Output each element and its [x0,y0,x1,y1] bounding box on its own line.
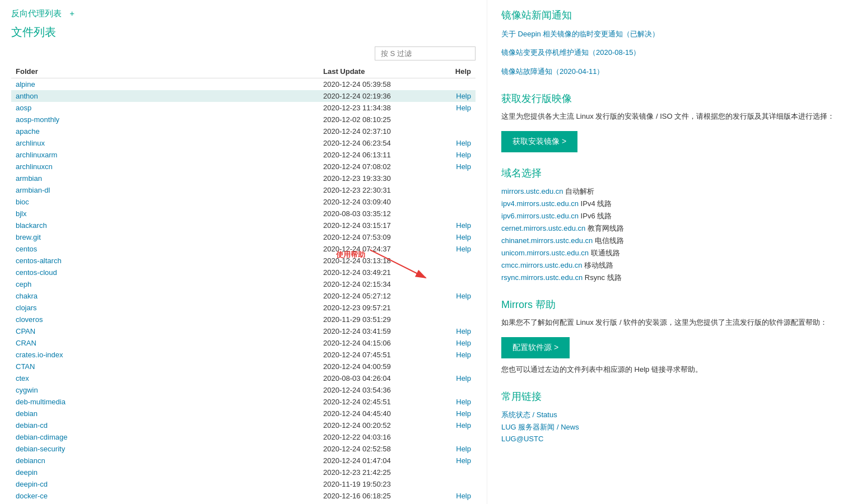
filter-input[interactable] [375,46,476,60]
folder-link[interactable]: docker-ce [16,492,48,500]
help-link[interactable]: Help [456,445,471,453]
folder-cell[interactable]: cloveros [11,314,319,325]
folder-link[interactable]: ceph [16,280,31,288]
folder-link[interactable]: blackarch [16,221,47,230]
folder-cell[interactable]: dotdeb [11,502,319,504]
domain-item[interactable]: cernet.mirrors.ustc.edu.cn 教育网线路 [501,222,848,235]
folder-link[interactable]: centos-altarch [16,256,62,265]
folder-cell[interactable]: CRAN [11,337,319,349]
help-cell[interactable]: Help [431,290,476,302]
help-cell[interactable]: Help [431,137,476,149]
help-cell[interactable]: Help [431,102,476,114]
domain-item[interactable]: unicom.mirrors.ustc.edu.cn 联通线路 [501,247,848,259]
folder-link[interactable]: debian-security [16,445,65,453]
folder-cell[interactable]: debian-cdimage [11,431,319,443]
domain-link[interactable]: chinanet.mirrors.ustc.edu.cn [501,236,593,245]
folder-link[interactable]: alpine [16,80,35,88]
folder-link[interactable]: centos-cloud [16,268,57,277]
domain-link[interactable]: cernet.mirrors.ustc.edu.cn [501,224,585,232]
folder-link[interactable]: archlinux [16,139,45,147]
domain-link[interactable]: ipv4.mirrors.ustc.edu.cn [501,199,579,208]
folder-cell[interactable]: CTAN [11,361,319,372]
help-cell[interactable]: Help [431,220,476,231]
folder-cell[interactable]: deepin-cd [11,478,319,490]
folder-link[interactable]: archlinuxarm [16,151,57,159]
help-cell[interactable]: Help [431,443,476,455]
help-link[interactable]: Help [456,339,471,347]
common-link-item[interactable]: 系统状态 / Status [501,409,848,421]
help-cell[interactable]: Help [431,325,476,337]
folder-cell[interactable]: archlinuxarm [11,149,319,161]
folder-cell[interactable]: centos-cloud [11,267,319,278]
help-cell[interactable]: Help [431,372,476,384]
folder-link[interactable]: armbian [16,174,42,183]
domain-link[interactable]: rsync.mirrors.ustc.edu.cn [501,273,583,282]
help-link[interactable]: Help [456,233,471,241]
common-link-item[interactable]: LUG 服务器新闻 / News [501,421,848,433]
folder-link[interactable]: CTAN [16,362,35,371]
domain-item[interactable]: chinanet.mirrors.ustc.edu.cn 电信线路 [501,235,848,247]
folder-link[interactable]: archlinuxcn [16,162,53,171]
folder-link[interactable]: debian-cd [16,421,48,430]
folder-cell[interactable]: anthon [11,90,319,102]
folder-link[interactable]: ctex [16,374,29,382]
folder-cell[interactable]: armbian [11,172,319,184]
common-link[interactable]: LUG 服务器新闻 / News [501,423,579,431]
folder-cell[interactable]: CPAN [11,325,319,337]
help-link[interactable]: Help [456,245,471,253]
help-cell[interactable]: Help [431,90,476,102]
help-link[interactable]: Help [456,221,471,230]
folder-link[interactable]: clojars [16,304,37,312]
folder-link[interactable]: aosp-monthly [16,115,59,124]
help-cell[interactable]: Help [431,455,476,466]
help-cell[interactable]: Help [431,408,476,419]
folder-cell[interactable]: aosp [11,102,319,114]
help-link[interactable]: Help [456,398,471,406]
help-cell[interactable]: Help [431,231,476,243]
help-cell[interactable]: Help [431,490,476,502]
help-link[interactable]: Help [456,139,471,147]
folder-cell[interactable]: deepin [11,466,319,478]
folder-cell[interactable]: bjlx [11,208,319,220]
reverse-proxy-link[interactable]: 反向代理列表 [11,8,62,18]
folder-link[interactable]: anthon [16,92,38,100]
folder-cell[interactable]: debian-security [11,443,319,455]
folder-link[interactable]: CPAN [16,327,35,335]
help-link[interactable]: Help [456,351,471,359]
folder-cell[interactable]: clojars [11,302,319,314]
help-link[interactable]: Help [456,104,471,112]
folder-cell[interactable]: centos-altarch [11,255,319,267]
help-link[interactable]: Help [456,456,471,465]
news-link[interactable]: 镜像站故障通知（2020-04-11） [501,67,604,76]
help-link[interactable]: Help [456,409,471,418]
folder-cell[interactable]: ceph [11,278,319,290]
config-source-button[interactable]: 配置软件源 > [501,337,570,358]
folder-cell[interactable]: blackarch [11,220,319,231]
common-link[interactable]: 系统状态 / Status [501,410,557,419]
help-link[interactable]: Help [456,492,471,500]
domain-link[interactable]: ipv6.mirrors.ustc.edu.cn [501,212,579,220]
help-link[interactable]: Help [456,151,471,159]
help-cell[interactable]: Help [431,349,476,361]
folder-cell[interactable]: armbian-dl [11,184,319,196]
domain-item[interactable]: cmcc.mirrors.ustc.edu.cn 移动线路 [501,259,848,272]
help-link[interactable]: Help [456,374,471,382]
folder-cell[interactable]: debian [11,408,319,419]
folder-link[interactable]: bjlx [16,209,27,218]
domain-item[interactable]: mirrors.ustc.edu.cn 自动解析 [501,185,848,198]
folder-cell[interactable]: deb-multimedia [11,396,319,408]
help-cell[interactable]: Help [431,337,476,349]
help-cell[interactable]: Help [431,419,476,431]
common-link[interactable]: LUG@USTC [501,435,543,443]
domain-link[interactable]: mirrors.ustc.edu.cn [501,187,563,195]
folder-cell[interactable]: debian-cd [11,419,319,431]
domain-link[interactable]: unicom.mirrors.ustc.edu.cn [501,249,589,257]
domain-item[interactable]: ipv4.mirrors.ustc.edu.cn IPv4 线路 [501,198,848,210]
folder-cell[interactable]: chakra [11,290,319,302]
folder-link[interactable]: apache [16,127,40,136]
help-cell[interactable]: Help [431,396,476,408]
folder-cell[interactable]: alpine [11,78,319,91]
folder-link[interactable]: cloveros [16,315,43,324]
folder-link[interactable]: chakra [16,292,38,300]
help-link[interactable]: Help [456,162,471,171]
